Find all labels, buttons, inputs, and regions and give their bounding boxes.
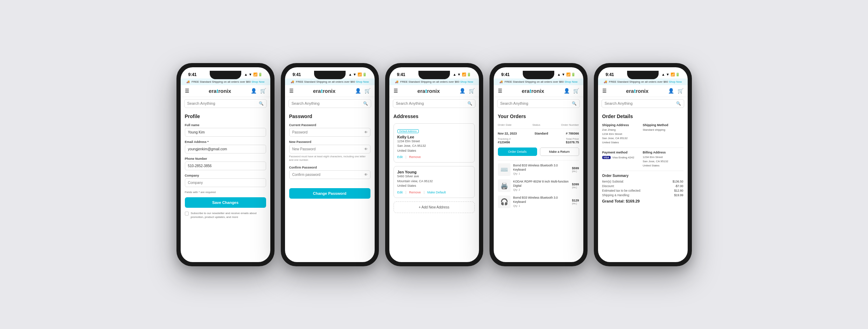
promo-link[interactable]: Shop Now xyxy=(669,80,682,83)
promo-link[interactable]: Shop Now xyxy=(356,80,369,83)
cart-icon[interactable]: 🛒 xyxy=(573,88,579,94)
search-icon: 🔍 xyxy=(467,101,472,106)
email-input[interactable] xyxy=(185,145,266,153)
newsletter-row: Subscribe to our newsletter and receive … xyxy=(185,211,266,219)
company-input[interactable] xyxy=(185,178,266,187)
phone-notch xyxy=(314,71,346,79)
save-changes-button[interactable]: Save Changes xyxy=(185,197,266,208)
search-input[interactable] xyxy=(187,101,259,105)
eye-icon[interactable]: 👁 xyxy=(364,130,368,134)
newsletter-checkbox[interactable] xyxy=(185,212,189,215)
item-name: KODAK RDPF-802W 8 inch Multi-function Di… xyxy=(513,180,569,188)
search-input[interactable] xyxy=(396,101,467,105)
newsletter-label: Subscribe to our newsletter and receive … xyxy=(191,211,266,219)
phone-screen: 9:41 ▲ ▼ 📶 🔋 🚚 FREE Standard Shipping on… xyxy=(598,67,688,262)
user-icon[interactable]: 👤 xyxy=(355,88,361,94)
address-card-2: Jen Young 5460 Silver ave Mountain view,… xyxy=(394,166,475,198)
app-header: ☰ eratronix 👤 🛒 xyxy=(494,85,583,97)
billing-title: Billing Address xyxy=(643,151,683,154)
phones-container: 9:41 ▲ ▼ 📶 🔋 🚚 FREE Standard Shipping on… xyxy=(176,63,692,266)
eye-icon[interactable]: 👁 xyxy=(364,173,368,177)
edit-address-btn[interactable]: Edit xyxy=(397,155,403,159)
header-icons: 👤 🛒 xyxy=(668,88,683,94)
search-input[interactable] xyxy=(605,101,676,105)
brand-logo: eratronix xyxy=(626,88,648,94)
search-bar[interactable]: 🔍 xyxy=(289,99,371,108)
address-card-1: Default Address Kelly Lee 1234 Elm Stree… xyxy=(394,123,475,163)
remove-address-btn[interactable]: Remove xyxy=(409,155,421,159)
search-input[interactable] xyxy=(500,101,572,105)
shipping-address-city: San Jose, CA 95132 xyxy=(602,136,643,140)
required-note: Fields with * are required xyxy=(185,191,266,194)
promo-link[interactable]: Shop Now xyxy=(251,80,264,83)
promo-link[interactable]: Shop Now xyxy=(460,80,473,83)
user-icon[interactable]: 👤 xyxy=(564,88,570,94)
item-price-block: $129 (ea.) xyxy=(572,199,579,205)
cart-icon[interactable]: 🛒 xyxy=(260,88,266,94)
phone-notch xyxy=(418,71,450,79)
app-header: ☰ eratronix 👤 🛒 xyxy=(598,85,688,97)
eye-icon[interactable]: 👁 xyxy=(364,147,368,151)
search-bar[interactable]: 🔍 xyxy=(497,99,580,108)
status-icons: ▲ ▼ 📶 🔋 xyxy=(557,73,575,76)
phone-notch xyxy=(523,71,554,79)
promo-link[interactable]: Shop Now xyxy=(564,80,577,83)
address-name: Jen Young xyxy=(397,170,471,174)
phone-screen: 9:41 ▲ ▼ 📶 🔋 🚚 FREE Standard Shipping on… xyxy=(181,67,270,262)
phone-screen: 9:41 ▲ ▼ 📶 🔋 🚚 FREE Standard Shipping on… xyxy=(494,67,583,262)
hamburger-icon[interactable]: ☰ xyxy=(394,88,398,94)
item-unit: (ea.) xyxy=(572,186,579,189)
edit-address-btn[interactable]: Edit xyxy=(397,191,403,194)
discount-label: Discount: xyxy=(602,184,614,188)
email-group: Email Address * xyxy=(185,140,266,153)
make-default-btn[interactable]: Make Default xyxy=(427,191,446,194)
item-price: $129 xyxy=(572,199,579,202)
app-header: ☰ eratronix 👤 🛒 xyxy=(389,85,479,97)
user-icon[interactable]: 👤 xyxy=(251,88,257,94)
status-col-label: Status xyxy=(532,123,540,126)
make-return-button[interactable]: Make a Return xyxy=(540,148,579,156)
search-bar[interactable]: 🔍 xyxy=(393,99,475,108)
search-bar[interactable]: 🔍 xyxy=(184,99,267,108)
shipping-row: Shipping Address Zoe Zhang 1234 Elm Stre… xyxy=(602,123,683,145)
address-street: 5460 Silver ave xyxy=(397,174,471,179)
full-name-input[interactable] xyxy=(185,128,266,137)
user-icon[interactable]: 👤 xyxy=(459,88,465,94)
tax-value: $12.80 xyxy=(674,189,683,192)
confirm-password-group: Confirm Password 👁 xyxy=(289,166,370,179)
divider: | xyxy=(424,191,424,194)
change-password-button[interactable]: Change Password xyxy=(289,188,370,199)
phone-orders: 9:41 ▲ ▼ 📶 🔋 🚚 FREE Standard Shipping on… xyxy=(489,63,588,266)
hamburger-icon[interactable]: ☰ xyxy=(185,88,189,94)
full-name-label: Full name xyxy=(185,123,266,127)
truck-icon: 🚚 xyxy=(395,80,398,83)
phone-input[interactable] xyxy=(185,162,266,170)
search-bar[interactable]: 🔍 xyxy=(602,99,684,108)
cart-icon[interactable]: 🛒 xyxy=(469,88,475,94)
add-address-button[interactable]: + Add New Address xyxy=(394,201,475,213)
cart-icon[interactable]: 🛒 xyxy=(364,88,370,94)
tracking-value: #123456 xyxy=(498,140,511,144)
confirm-password-wrapper: 👁 xyxy=(289,170,370,179)
shipping-method-title: Shipping Method xyxy=(643,123,683,127)
search-input[interactable] xyxy=(292,101,363,105)
remove-address-btn[interactable]: Remove xyxy=(409,191,421,194)
hamburger-icon[interactable]: ☰ xyxy=(498,88,502,94)
hamburger-icon[interactable]: ☰ xyxy=(602,88,607,94)
address-street: 1234 Elm Street xyxy=(397,139,471,144)
company-group: Company xyxy=(185,174,266,187)
status-time: 9:41 xyxy=(606,72,614,77)
order-details-button[interactable]: Order Details xyxy=(498,148,537,156)
new-password-input[interactable] xyxy=(289,145,370,153)
phone-screen: 9:41 ▲ ▼ 📶 🔋 🚚 FREE Standard Shipping on… xyxy=(285,67,375,262)
order-item-2: 🖨️ KODAK RDPF-802W 8 inch Multi-function… xyxy=(498,179,579,192)
address-country: United States xyxy=(397,149,471,153)
hamburger-icon[interactable]: ☰ xyxy=(289,88,294,94)
confirm-password-input[interactable] xyxy=(289,170,370,179)
tax-label: Estimated tax to be collected: xyxy=(602,189,641,192)
user-icon[interactable]: 👤 xyxy=(668,88,674,94)
status-icons: ▲ ▼ 📶 🔋 xyxy=(661,73,680,76)
current-password-input[interactable] xyxy=(289,128,370,137)
cart-icon[interactable]: 🛒 xyxy=(678,88,683,94)
item-price: $399 xyxy=(572,183,579,186)
